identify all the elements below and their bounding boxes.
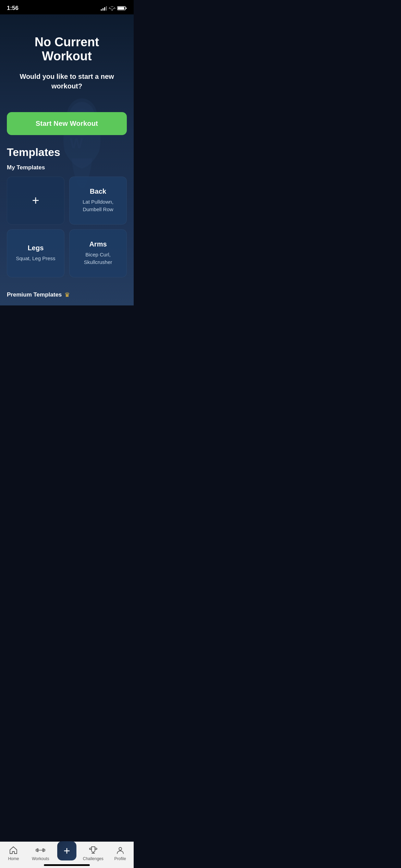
add-template-icon: + [32,194,39,207]
battery-icon [117,6,127,11]
arms-template-card[interactable]: Arms Bicep Curl,Skullcrusher [69,229,127,277]
no-workout-title: No Current Workout [10,35,123,63]
back-template-card[interactable]: Back Lat Pulldown,Dumbell Row [69,177,127,225]
start-new-workout-button[interactable]: Start New Workout [7,112,127,135]
svg-rect-1 [118,7,124,10]
status-bar: 1:56 [0,0,134,14]
hero-section: No Current Workout Would you like to sta… [0,14,134,112]
wifi-icon [109,6,115,11]
status-time: 1:56 [7,5,19,12]
template-grid: + Back Lat Pulldown,Dumbell Row Legs Squ… [7,177,127,277]
arms-template-name: Arms [89,240,107,248]
add-template-card[interactable]: + [7,177,64,225]
templates-title: Templates [7,146,127,159]
back-template-name: Back [90,188,106,195]
arms-template-exercises: Bicep Curl,Skullcrusher [84,251,112,266]
legs-template-card[interactable]: Legs Squat, Leg Press [7,229,64,277]
templates-section: Templates My Templates + Back Lat Pulldo… [0,135,134,288]
start-workout-subtitle: Would you like to start a new workout? [10,72,123,91]
legs-template-name: Legs [28,244,44,252]
svg-rect-2 [126,8,127,9]
back-template-exercises: Lat Pulldown,Dumbell Row [83,198,113,214]
crown-icon: ♛ [64,291,70,299]
premium-templates-label: Premium Templates [7,291,62,298]
status-icons [101,6,127,11]
my-templates-label: My Templates [7,164,127,171]
premium-templates-section: Premium Templates ♛ [0,288,134,299]
legs-template-exercises: Squat, Leg Press [16,255,55,263]
main-content: W No Current Workout Would you like to s… [0,14,134,305]
signal-icon [101,6,107,11]
